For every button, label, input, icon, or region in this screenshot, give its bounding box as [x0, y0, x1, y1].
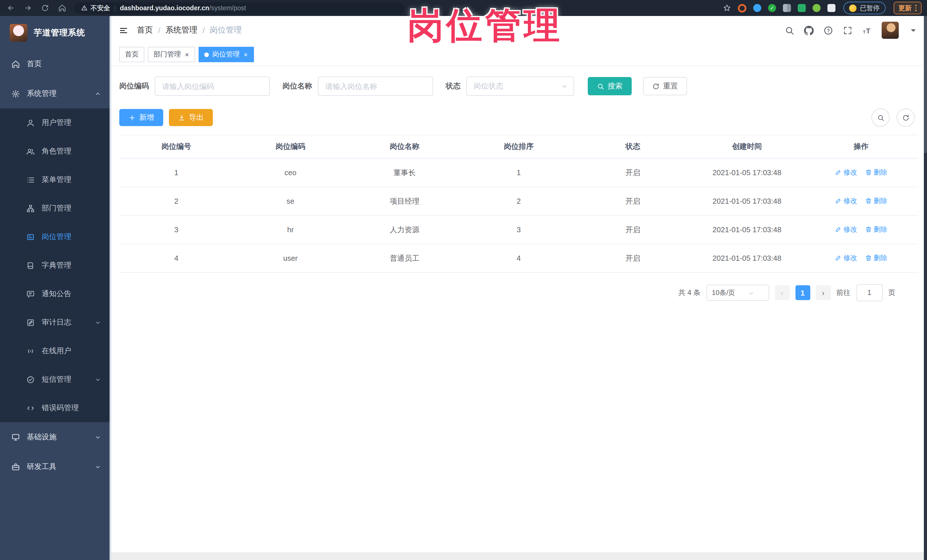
delete-link[interactable]: 删除 — [865, 225, 887, 235]
extension-orange-ring-icon[interactable] — [738, 4, 746, 12]
github-icon[interactable] — [804, 26, 814, 35]
security-warning[interactable]: 不安全 — [81, 4, 110, 12]
forward-icon[interactable] — [24, 4, 32, 12]
scrollbar-thumb[interactable] — [924, 16, 927, 153]
edit-link[interactable]: 修改 — [835, 196, 857, 206]
cell-id: 3 — [119, 216, 233, 244]
chevron-up-icon — [95, 90, 101, 97]
toggle-search-button[interactable] — [871, 108, 890, 127]
help-icon[interactable]: ? — [824, 26, 833, 35]
refresh-icon — [902, 114, 909, 121]
tab-dept[interactable]: 部门管理× — [148, 47, 195, 62]
page-1-button[interactable]: 1 — [795, 285, 810, 300]
hamburger-icon[interactable] — [119, 26, 128, 35]
cell-code: hr — [233, 216, 348, 244]
goto-label: 前往 — [836, 288, 851, 297]
back-icon[interactable] — [7, 4, 15, 12]
user-avatar[interactable] — [881, 22, 899, 39]
breadcrumb-item[interactable]: 系统管理 — [166, 25, 198, 35]
export-button[interactable]: 导出 — [169, 109, 213, 126]
page-size-select[interactable]: 10条/页 — [706, 285, 769, 300]
svg-text:T: T — [866, 27, 870, 35]
cell-actions: 修改删除 — [804, 187, 918, 216]
table-row: 1ceo董事长1开启2021-01-05 17:03:48修改删除 — [119, 158, 918, 187]
sidebar-item-label: 在线用户 — [42, 346, 71, 356]
post-code-input[interactable] — [155, 76, 270, 96]
sidebar-item-error-code[interactable]: 错误码管理 — [0, 394, 111, 422]
cell-created: 2021-01-05 17:03:48 — [690, 244, 804, 272]
search-icon[interactable] — [785, 26, 794, 35]
tab-close-icon[interactable]: × — [184, 50, 190, 58]
page-content: 岗位编码 岗位名称 状态 岗位状态 搜索 重置 — [111, 66, 927, 552]
sidebar-item-user-mgmt[interactable]: 用户管理 — [0, 108, 111, 137]
refresh-table-button[interactable] — [897, 108, 915, 127]
sidebar-item-label: 研发工具 — [27, 461, 56, 472]
reset-button[interactable]: 重置 — [643, 77, 687, 95]
sidebar-item-dev-tools[interactable]: 研发工具 — [0, 452, 111, 481]
search-button[interactable]: 搜索 — [588, 77, 632, 95]
sidebar: 芋道管理系统 首页系统管理用户管理角色管理菜单管理部门管理岗位管理字典管理通知公… — [0, 16, 111, 560]
sidebar-item-menu-mgmt[interactable]: 菜单管理 — [0, 165, 111, 194]
sidebar-item-audit-log[interactable]: 审计日志 — [0, 308, 111, 337]
cell-status: 开启 — [576, 187, 690, 216]
column-header: 创建时间 — [690, 135, 804, 158]
window-scrollbar[interactable] — [924, 16, 927, 560]
delete-link[interactable]: 删除 — [865, 168, 887, 178]
extension-blue-dot-icon[interactable] — [753, 4, 761, 12]
breadcrumb-item[interactable]: 首页 — [137, 25, 153, 35]
breadcrumb-separator: / — [202, 26, 205, 35]
sidebar-item-label: 角色管理 — [42, 146, 71, 156]
font-size-icon[interactable]: TT — [862, 26, 872, 35]
cell-sort: 2 — [462, 187, 576, 216]
trash-icon — [865, 255, 872, 262]
reload-icon[interactable] — [41, 4, 49, 12]
column-header: 岗位编号 — [119, 135, 233, 158]
sidebar-item-dept-mgmt[interactable]: 部门管理 — [0, 194, 111, 223]
tab-home[interactable]: 首页 — [119, 47, 144, 62]
sidebar-item-role-mgmt[interactable]: 角色管理 — [0, 137, 111, 165]
status-select[interactable]: 岗位状态 — [466, 76, 574, 96]
extension-wechat-icon[interactable] — [798, 4, 806, 12]
delete-link[interactable]: 删除 — [865, 196, 887, 206]
breadcrumb: 首页/系统管理/岗位管理 — [137, 25, 242, 35]
prev-page-button[interactable]: ‹ — [775, 285, 789, 300]
add-button[interactable]: 新增 — [119, 109, 163, 126]
sidebar-item-notice[interactable]: 通知公告 — [0, 279, 111, 308]
tab-post[interactable]: 岗位管理× — [199, 47, 254, 62]
tab-close-icon[interactable]: × — [243, 50, 248, 58]
paused-badge[interactable]: 已暂停 — [843, 2, 885, 14]
sidebar-item-online-users[interactable]: 在线用户 — [0, 337, 111, 365]
sidebar-logo-row[interactable]: 芋道管理系统 — [0, 16, 111, 49]
fullscreen-icon[interactable] — [843, 26, 853, 35]
next-page-button[interactable]: › — [816, 285, 831, 300]
edit-link[interactable]: 修改 — [835, 253, 857, 263]
post-name-input[interactable] — [318, 76, 433, 96]
edit-link[interactable]: 修改 — [835, 225, 857, 235]
chevron-down-icon — [95, 319, 101, 325]
sidebar-item-label: 首页 — [27, 59, 42, 69]
sidebar-item-infra[interactable]: 基础设施 — [0, 422, 111, 452]
goto-page-input[interactable] — [856, 284, 883, 301]
edit-link[interactable]: 修改 — [835, 168, 857, 178]
sidebar-item-sms-mgmt[interactable]: 短信管理 — [0, 365, 111, 394]
sidebar-item-post-mgmt[interactable]: 岗位管理 — [0, 223, 111, 251]
extension-leaf-icon[interactable] — [813, 4, 821, 12]
paused-label: 已暂停 — [860, 4, 880, 12]
address-bar[interactable]: 不安全 | dashboard.yudao.iocoder.cn/system/… — [74, 2, 404, 14]
sidebar-item-home[interactable]: 首页 — [0, 49, 111, 79]
extension-grid-icon[interactable] — [783, 4, 791, 12]
sidebar-scrollbar[interactable] — [109, 16, 111, 560]
delete-link[interactable]: 删除 — [865, 253, 887, 263]
column-header: 状态 — [576, 135, 690, 158]
bookmark-star-icon[interactable] — [723, 4, 731, 12]
sidebar-item-dict-mgmt[interactable]: 字典管理 — [0, 251, 111, 279]
extension-green-check-icon[interactable]: ✓ — [768, 4, 776, 12]
home-browser-icon[interactable] — [58, 4, 66, 12]
caret-down-icon[interactable] — [909, 26, 918, 35]
pencil-icon — [835, 255, 842, 262]
sidebar-item-system[interactable]: 系统管理 — [0, 79, 111, 108]
update-button[interactable]: 更新 — [894, 2, 922, 14]
cell-code: user — [233, 244, 348, 272]
extension-puzzle-icon[interactable] — [827, 4, 836, 12]
kebab-menu-icon[interactable] — [915, 5, 916, 11]
